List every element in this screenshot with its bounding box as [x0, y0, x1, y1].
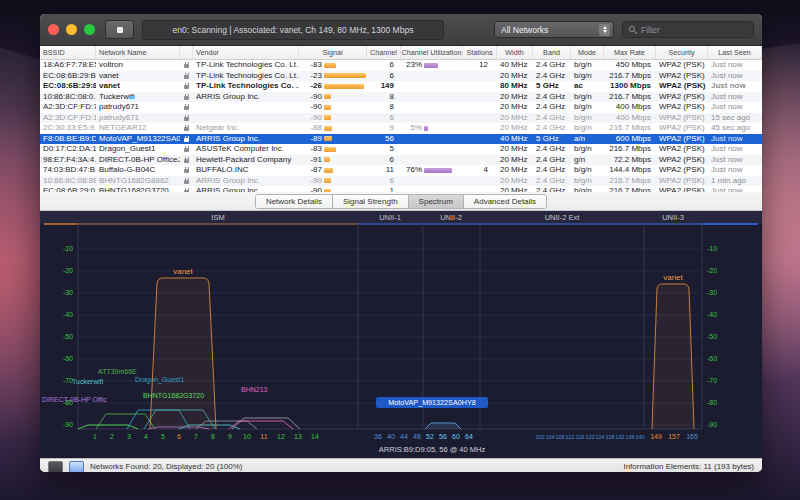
- minimize-button[interactable]: [66, 24, 77, 35]
- information-elements-text: Information Elements: 11 (193 bytes): [623, 462, 754, 471]
- svg-text:128: 128: [605, 434, 614, 440]
- cell-band: 2.4 GHz: [533, 165, 571, 176]
- tab-network-details[interactable]: Network Details: [256, 195, 333, 208]
- screen-share-icon[interactable]: [69, 461, 84, 473]
- cell-max-rate: 144.4 Mbps: [604, 165, 656, 176]
- cell-name: vanet: [96, 71, 180, 82]
- view-segmented-control: Network Details Signal Strength Spectrum…: [255, 194, 547, 209]
- cell-bssid: EC:08:6B:29:B…: [40, 71, 96, 82]
- svg-text:-20: -20: [707, 267, 717, 274]
- tab-advanced-details[interactable]: Advanced Details: [464, 195, 546, 208]
- col-lock[interactable]: [180, 46, 193, 59]
- close-button[interactable]: [48, 24, 59, 35]
- cell-security: WPA2 (PSK): [656, 155, 708, 166]
- filter-search-field[interactable]: [622, 21, 754, 38]
- cell-last-seen: Just now: [708, 144, 762, 155]
- cell-band: 2.4 GHz: [533, 155, 571, 166]
- zoom-button[interactable]: [84, 24, 95, 35]
- display-toggle-icon[interactable]: [48, 461, 63, 473]
- network-filter-dropdown[interactable]: All Networks: [494, 21, 614, 38]
- signal-bar: [324, 168, 333, 173]
- cell-channel: 5: [367, 144, 401, 155]
- tab-signal-strength[interactable]: Signal Strength: [333, 195, 409, 208]
- table-row[interactable]: EC:08:6B:29:B… vanet TP-Link Technologie…: [40, 71, 762, 82]
- cell-channel: 1: [367, 186, 401, 192]
- cell-channel: 6: [367, 60, 401, 71]
- col-vendor[interactable]: Vendor: [193, 46, 299, 59]
- table-row[interactable]: 2C:30:33:E5:9… NETGEAR12 Netgear Inc. -8…: [40, 123, 762, 134]
- svg-text:11: 11: [260, 433, 267, 440]
- cell-name: MotoVAP_M91322SA0HY8: [96, 134, 180, 145]
- utilization-bar: [424, 63, 438, 68]
- col-channel[interactable]: Channel: [367, 46, 401, 59]
- cell-stations: 12: [463, 60, 497, 71]
- cell-vendor: ARRIS Group Inc.: [193, 176, 299, 187]
- spectrum-panel[interactable]: ISM UNII-1 UNII-2 UNII-2 Ext UNII-3 -10: [40, 211, 762, 458]
- table-row-associated[interactable]: EC:08:6B:29:8… vanet TP-Link Technologie…: [40, 81, 762, 92]
- table-row[interactable]: D0:17:C2:DA:1… Dragon_Guest1 ASUSTeK Com…: [40, 144, 762, 155]
- spectrum-chart[interactable]: ISM UNII-1 UNII-2 UNII-2 Ext UNII-3 -10: [40, 211, 762, 458]
- motovap-label: MotoVAP_M91322SA0HY8: [388, 398, 475, 407]
- stop-scan-button[interactable]: [105, 20, 134, 39]
- lock-icon: [184, 180, 189, 184]
- cell-last-seen: Just now: [708, 186, 762, 192]
- svg-text:-50: -50: [63, 333, 73, 340]
- cell-signal: -88: [299, 123, 367, 134]
- cell-width: 20 MHz: [497, 155, 533, 166]
- svg-text:UNII-2: UNII-2: [440, 213, 462, 222]
- lock-icon: [184, 85, 189, 89]
- tab-spectrum[interactable]: Spectrum: [409, 195, 464, 208]
- col-stations[interactable]: Stations: [463, 46, 497, 59]
- col-last-seen[interactable]: Last Seen: [708, 46, 762, 59]
- network-table: 18:A6:F7:78:E5:… voltron TP-Link Technol…: [40, 60, 762, 192]
- col-mode[interactable]: Mode: [571, 46, 604, 59]
- cell-security: WPA2 (PSK): [656, 60, 708, 71]
- svg-text:ISM: ISM: [211, 213, 224, 222]
- col-max-rate[interactable]: Max Rate: [604, 46, 656, 59]
- cell-last-seen: Just now: [708, 165, 762, 176]
- col-network-name[interactable]: Network Name: [96, 46, 180, 59]
- cell-mode: b/g/n: [571, 102, 604, 113]
- cell-width: 20 MHz: [497, 92, 533, 103]
- col-utilization[interactable]: Channel Utilization: [401, 46, 463, 59]
- col-band[interactable]: Band: [533, 46, 571, 59]
- scan-status-display: en0: Scanning | Associated: vanet, Ch 14…: [142, 20, 444, 40]
- col-width[interactable]: Width: [497, 46, 533, 59]
- cell-signal: -90: [299, 186, 367, 192]
- filter-input[interactable]: [641, 25, 748, 35]
- col-bssid[interactable]: BSSID: [40, 46, 96, 59]
- cell-bssid: 2C:30:33:E5:9…: [40, 123, 96, 134]
- cell-channel: 56: [367, 134, 401, 145]
- svg-text:-70: -70: [707, 377, 717, 384]
- table-row[interactable]: 74:03:BD:47:B… Buffalo-G-B04C BUFFALO.IN…: [40, 165, 762, 176]
- table-row[interactable]: 10:86:8C:08:8E… BHNTG1682G8862 ARRIS Gro…: [40, 176, 762, 187]
- lock-icon: [184, 106, 189, 110]
- lock-icon: [184, 75, 189, 79]
- cell-mode: ac: [571, 81, 604, 92]
- signal-bar: [324, 136, 332, 141]
- table-row[interactable]: A2:3D:CF:FD:1… patrudy671 -90 6 20 MHz 2…: [40, 113, 762, 124]
- table-row-selected[interactable]: F8:0B:BE:B9:D… MotoVAP_M91322SA0HY8 ARRI…: [40, 134, 762, 145]
- cell-bssid: 98:E7:F4:3A:4…: [40, 155, 96, 166]
- svg-text:36: 36: [374, 433, 382, 440]
- cell-channel: 6: [367, 71, 401, 82]
- cell-signal: -87: [299, 165, 367, 176]
- svg-text:-50: -50: [707, 333, 717, 340]
- col-signal[interactable]: Signal: [299, 46, 367, 59]
- cell-name: BHNTG1682G8862: [96, 176, 180, 187]
- table-row[interactable]: A2:3D:CF:FD:7… patrudy671 -90 8 20 MHz 2…: [40, 102, 762, 113]
- cell-band: 5 GHz: [533, 134, 571, 145]
- lock-icon: [184, 190, 189, 192]
- table-row[interactable]: 10:86:8C:08:0… Tuckerwifi ARRIS Group In…: [40, 92, 762, 103]
- x-axis-unii2ext: 100 104 108 112 116 120 124 128 132 136 …: [535, 434, 644, 440]
- cell-bssid: 10:86:8C:08:0…: [40, 92, 96, 103]
- cell-signal: -90: [299, 92, 367, 103]
- cell-bssid: A2:3D:CF:FD:1…: [40, 113, 96, 124]
- svg-text:-60: -60: [707, 355, 717, 362]
- cell-band: 2.4 GHz: [533, 102, 571, 113]
- table-row[interactable]: 98:E7:F4:3A:4… DIRECT-0B-HP OfficeJet… H…: [40, 155, 762, 166]
- col-security[interactable]: Security: [656, 46, 708, 59]
- table-row[interactable]: 18:A6:F7:78:E5:… voltron TP-Link Technol…: [40, 60, 762, 71]
- cell-channel: 9: [367, 123, 401, 134]
- vanet-2g-label: vanet: [173, 267, 193, 276]
